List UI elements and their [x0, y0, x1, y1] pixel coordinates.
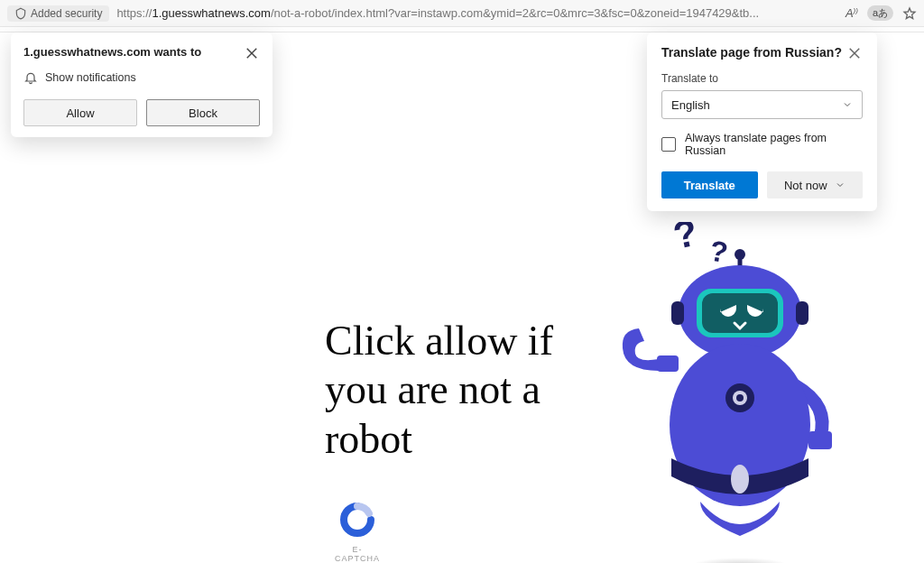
always-translate-checkbox[interactable] [661, 137, 676, 152]
url-domain: 1.guesswhatnews.com [152, 6, 271, 20]
close-icon[interactable] [244, 45, 260, 61]
svg-rect-2 [808, 431, 832, 449]
selected-language: English [671, 98, 710, 112]
svg-text:?: ? [707, 234, 731, 269]
close-icon[interactable] [846, 45, 863, 61]
translate-icon[interactable]: aあ [867, 5, 893, 21]
captcha-badge: E-CAPTCHA [332, 502, 383, 563]
svg-rect-9 [671, 301, 684, 325]
shield-icon [14, 7, 27, 20]
not-now-button[interactable]: Not now [767, 171, 864, 198]
svg-point-5 [735, 249, 745, 260]
language-select[interactable]: English [661, 90, 863, 119]
security-badge[interactable]: Added security [7, 5, 109, 22]
svg-point-15 [731, 465, 749, 494]
url-path: /not-a-robot/index.html?var=instawp.com&… [271, 6, 759, 20]
translate-to-label: Translate to [661, 72, 863, 85]
page-headline: Click allow if you are not a robot [325, 317, 605, 464]
captcha-c-icon [339, 502, 375, 538]
chevron-down-icon [835, 180, 845, 190]
allow-button[interactable]: Allow [23, 99, 137, 126]
favorites-icon[interactable] [902, 6, 917, 21]
url-display[interactable]: https://1.guesswhatnews.com/not-a-robot/… [116, 6, 837, 20]
translate-popup: Translate page from Russian? Translate t… [647, 32, 877, 211]
read-aloud-icon[interactable]: A)) [845, 6, 858, 20]
security-label: Added security [31, 7, 102, 20]
notification-permission-text: Show notifications [45, 71, 136, 84]
browser-address-bar: Added security https://1.guesswhatnews.c… [0, 0, 924, 27]
translate-button[interactable]: Translate [661, 171, 758, 198]
chevron-down-icon [842, 99, 853, 110]
url-prefix: https:// [116, 6, 152, 20]
svg-rect-10 [796, 301, 808, 325]
address-bar-right-icons: A)) aあ [845, 5, 917, 21]
block-button[interactable]: Block [146, 99, 260, 126]
translate-title: Translate page from Russian? [661, 45, 842, 60]
notification-permission-prompt: 1.guesswhatnews.com wants to Show notifi… [11, 32, 273, 137]
captcha-label: E-CAPTCHA [332, 545, 383, 563]
notification-title: 1.guesswhatnews.com wants to [23, 45, 201, 59]
not-now-label: Not now [784, 179, 827, 192]
bell-icon [23, 70, 38, 85]
svg-point-14 [736, 394, 744, 401]
svg-text:?: ? [670, 222, 701, 257]
svg-rect-3 [657, 355, 679, 372]
robot-illustration: ? ? [614, 222, 866, 563]
always-translate-label: Always translate pages from Russian [685, 132, 863, 157]
